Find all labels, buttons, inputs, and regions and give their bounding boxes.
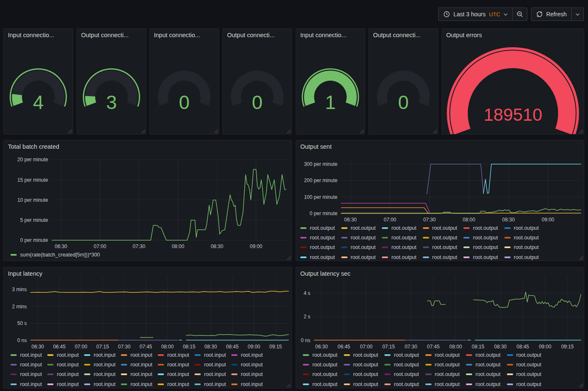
zoom-out-button[interactable] [512, 8, 527, 21]
legend-item[interactable]: root.output [423, 233, 464, 242]
legend-item[interactable]: root.input [158, 379, 194, 388]
legend-item[interactable]: root.output [303, 350, 344, 360]
legend-item[interactable]: root.output [425, 360, 466, 369]
legend-item[interactable]: root.output [423, 223, 464, 233]
panel-title[interactable]: Output connecti... [227, 32, 275, 38]
refresh-interval-dropdown[interactable] [571, 8, 584, 21]
legend-item[interactable]: root.output [300, 243, 341, 252]
legend-item[interactable]: root.input [158, 370, 194, 379]
legend-item[interactable]: root.output [466, 370, 507, 379]
legend-item[interactable]: root.output [463, 233, 504, 242]
legend-item[interactable]: root.output [507, 350, 548, 360]
legend-item[interactable]: root.output [507, 379, 548, 388]
legend-item[interactable]: root.output [382, 223, 423, 233]
legend-item[interactable]: root.output [425, 350, 466, 360]
legend-item[interactable]: root.input [158, 350, 194, 360]
legend-item[interactable]: root.output [300, 223, 341, 233]
legend-item[interactable]: root.output [344, 370, 385, 379]
legend-item[interactable]: root.output [504, 223, 545, 233]
legend-item[interactable]: root.input [121, 360, 158, 369]
legend-item[interactable]: root.output [341, 243, 382, 252]
legend-item[interactable]: root.input [84, 350, 121, 360]
legend-item[interactable]: root.output [463, 243, 504, 252]
legend-item[interactable]: root.input [10, 379, 47, 388]
refresh-button[interactable]: Refresh [531, 8, 572, 21]
panel-title[interactable]: Input connectio... [8, 32, 54, 38]
legend-item[interactable]: root.input [194, 379, 231, 388]
legend-item[interactable]: root.output [504, 243, 545, 252]
legend-item[interactable]: root.output [466, 360, 507, 369]
chart-plot[interactable]: 0 ns50 s2 mins3 mins06:3006:4507:0007:15… [4, 267, 291, 388]
legend-item[interactable]: root.output [463, 223, 504, 233]
legend-item[interactable]: root.input [121, 379, 158, 388]
legend-item[interactable]: root.output [344, 379, 385, 388]
legend-item[interactable]: root.input [194, 370, 231, 379]
legend-item[interactable]: root.input [84, 379, 121, 388]
legend-item[interactable]: root.input [10, 370, 47, 379]
legend-item[interactable]: root.input [158, 360, 194, 369]
legend-item[interactable]: root.output [384, 350, 425, 360]
legend-item[interactable]: root.output [300, 252, 341, 261]
chart-plot[interactable]: 0 per minute5 per minute10 per minute15 … [4, 140, 291, 261]
legend-item[interactable]: root.input [10, 350, 47, 360]
legend-item[interactable]: root.output [466, 350, 507, 360]
legend-item[interactable]: root.input [10, 360, 47, 369]
legend-item[interactable]: root.output [344, 350, 385, 360]
legend-item[interactable]: root.input [231, 370, 268, 379]
legend-item[interactable]: root.output [507, 370, 548, 379]
panel-title[interactable]: Output sent [300, 143, 332, 150]
legend-item[interactable]: root.input [231, 350, 268, 360]
legend-item[interactable]: root.output [384, 370, 425, 379]
legend-item[interactable]: root.input [47, 370, 84, 379]
legend-item[interactable]: root.output [344, 360, 385, 369]
legend-item[interactable]: root.input [194, 360, 231, 369]
legend-item[interactable]: root.output [507, 360, 548, 369]
legend-item[interactable]: root.output [423, 252, 464, 261]
panel-title[interactable]: Output connecti... [373, 32, 421, 38]
legend-item[interactable]: root.output [466, 379, 507, 388]
legend-item[interactable]: root.output [341, 252, 382, 261]
legend-item[interactable]: root.output [384, 360, 425, 369]
legend-item[interactable]: root.input [121, 370, 158, 379]
legend-item[interactable]: root.input [47, 379, 84, 388]
legend-item[interactable]: root.output [382, 252, 423, 261]
legend-item[interactable]: sum(rate(batch_created[5m]))*300 [10, 250, 100, 259]
legend-item[interactable]: root.output [341, 223, 382, 233]
legend-item[interactable]: root.output [423, 243, 464, 252]
legend-item[interactable]: root.input [121, 350, 158, 360]
legend-item[interactable]: root.output [384, 379, 425, 388]
legend-item[interactable]: root.output [504, 233, 545, 242]
legend-item[interactable]: root.input [194, 350, 231, 360]
legend-item[interactable]: root.input [84, 360, 121, 369]
panel-title[interactable]: Input connectio... [300, 32, 346, 38]
panel-title[interactable]: Output errors [446, 32, 482, 38]
panel-title[interactable]: Output connecti... [81, 32, 129, 38]
legend-item[interactable]: root.output [300, 233, 341, 242]
legend-item[interactable]: root.input [84, 370, 121, 379]
legend-item[interactable]: root.output [382, 243, 423, 252]
legend-item[interactable]: root.output [303, 370, 344, 379]
legend-item[interactable]: root.output [303, 379, 344, 388]
legend-item[interactable]: root.input [47, 360, 84, 369]
chart-plot[interactable]: 0 per minute100 per minute200 per minute… [296, 140, 584, 261]
chart-plot[interactable]: 0 ns2 s4 s06:3006:4507:0007:1507:3007:45… [296, 267, 584, 388]
legend-item[interactable]: root.output [463, 252, 504, 261]
legend-swatch [384, 383, 391, 385]
legend-item[interactable]: root.input [231, 360, 268, 369]
time-range-button[interactable]: Last 3 hours UTC [438, 8, 513, 21]
legend-item[interactable]: root.output [425, 379, 466, 388]
legend-item[interactable]: root.output [341, 233, 382, 242]
legend-item[interactable]: root.input [231, 379, 268, 388]
panel-title[interactable]: Input latency [8, 270, 42, 277]
legend-item[interactable]: root.output [425, 370, 466, 379]
panel-title[interactable]: Input connectio... [154, 32, 200, 38]
legend-swatch [231, 354, 238, 356]
y-axis-label: 200 per minute [296, 177, 337, 184]
legend-label: root.output [514, 254, 539, 260]
legend-item[interactable]: root.output [504, 252, 545, 261]
legend-item[interactable]: root.output [303, 360, 344, 369]
panel-title[interactable]: Output latency sec [300, 270, 350, 277]
panel-title[interactable]: Total batch created [8, 143, 59, 150]
legend-item[interactable]: root.input [47, 350, 84, 360]
legend-item[interactable]: root.output [382, 233, 423, 242]
